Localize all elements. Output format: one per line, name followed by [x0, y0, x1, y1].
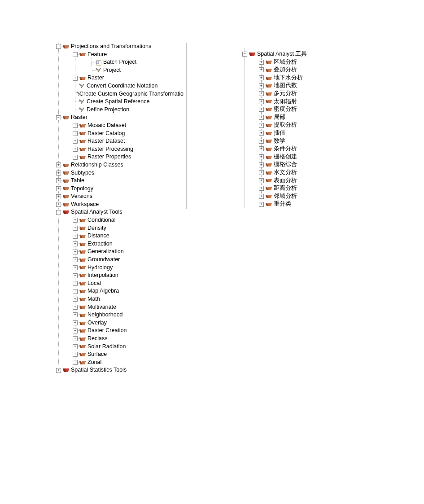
tree-row[interactable]: −Feature — [84, 51, 186, 59]
expand-icon[interactable]: + — [73, 250, 78, 254]
tree-label[interactable]: Raster Properties — [87, 153, 134, 161]
tree-row[interactable]: +Raster Creation — [84, 327, 186, 335]
tree-node[interactable]: +地下水分析 — [261, 74, 361, 82]
tree-node[interactable]: +Solar Radiation — [75, 343, 186, 351]
tree-label[interactable]: 数学 — [274, 137, 288, 145]
tree-row[interactable]: +Mosaic Dataset — [84, 122, 186, 130]
expand-icon[interactable]: + — [73, 297, 78, 302]
tree-label[interactable]: Groundwater — [87, 256, 122, 264]
tree-node[interactable]: +区域分析 — [261, 58, 361, 66]
tree-row[interactable]: +Overlay — [84, 319, 186, 327]
expand-icon[interactable]: + — [73, 139, 78, 144]
tree-label[interactable]: Zonal — [87, 359, 104, 367]
tree-node[interactable]: +Interpolation — [75, 272, 186, 280]
tree-label[interactable]: Versions — [71, 193, 95, 201]
tree-label[interactable]: Overlay — [87, 319, 109, 327]
tree-row[interactable]: +Workspace — [68, 201, 186, 209]
tree-row[interactable]: +局部 — [271, 114, 361, 122]
tree-node[interactable]: +Groundwater — [75, 256, 186, 264]
tree-node[interactable]: +距离分析 — [261, 184, 361, 193]
expand-icon[interactable]: + — [73, 320, 78, 325]
tree-row[interactable]: Batch Project — [101, 58, 186, 66]
tree-row[interactable]: +Generalization — [84, 248, 186, 256]
expand-icon[interactable]: + — [259, 162, 264, 167]
tree-row[interactable]: +提取分析 — [271, 121, 361, 129]
tree-node[interactable]: −Spatial Analyst Tools+Conditional+Densi… — [58, 208, 186, 366]
tree-label[interactable]: Convert Coordinate Notation — [87, 82, 160, 90]
tree-label[interactable]: Feature — [87, 51, 109, 59]
tree-node[interactable]: Convert Coordinate Notation — [75, 82, 186, 90]
tree-row[interactable]: +地下水分析 — [271, 74, 361, 82]
tree-label[interactable]: 多元分析 — [274, 90, 300, 98]
tree-label[interactable]: Workspace — [71, 201, 101, 209]
expand-icon[interactable]: + — [259, 194, 264, 199]
expand-icon[interactable]: + — [259, 139, 264, 144]
tree-row[interactable]: +水文分析 — [271, 169, 361, 177]
tree-row[interactable]: −Raster — [68, 114, 186, 122]
expand-icon[interactable]: + — [259, 115, 264, 120]
collapse-icon[interactable]: − — [73, 52, 78, 57]
tree-label[interactable]: 提取分析 — [274, 121, 300, 129]
tree-label[interactable]: 栅格综合 — [274, 161, 300, 169]
tree-node[interactable]: +条件分析 — [261, 145, 361, 153]
tree-row[interactable]: +Raster — [84, 74, 186, 82]
tree-node[interactable]: +Density — [75, 224, 186, 232]
tree-row[interactable]: +栅格综合 — [271, 161, 361, 169]
expand-icon[interactable]: + — [73, 226, 78, 231]
expand-icon[interactable]: + — [259, 83, 264, 88]
tree-row[interactable]: +条件分析 — [271, 145, 361, 153]
tree-label[interactable]: Local — [87, 280, 104, 288]
tree-label[interactable]: Hydrology — [87, 264, 115, 272]
tree-label[interactable]: Math — [87, 295, 103, 303]
tree-label[interactable]: Conditional — [87, 216, 118, 224]
tree-label[interactable]: Batch Project — [103, 58, 139, 66]
tree-label[interactable]: Raster Catalog — [87, 130, 127, 138]
tree-node[interactable]: +Surface — [75, 351, 186, 359]
tree-node[interactable]: +Reclass — [75, 335, 186, 343]
tree-node[interactable]: +多元分析 — [261, 90, 361, 98]
collapse-icon[interactable]: − — [56, 44, 61, 49]
expand-icon[interactable]: + — [73, 305, 78, 310]
expand-icon[interactable]: + — [259, 131, 264, 136]
tree-label[interactable]: 水文分析 — [274, 169, 300, 177]
tree-label[interactable]: Raster Dataset — [87, 137, 127, 145]
tree-node[interactable]: +Hydrology — [75, 264, 186, 272]
tree-node[interactable]: +叠加分析 — [261, 66, 361, 74]
expand-icon[interactable]: + — [73, 123, 78, 128]
expand-icon[interactable]: + — [56, 186, 61, 191]
tree-row[interactable]: +表面分析 — [271, 177, 361, 185]
tree-label[interactable]: Table — [71, 177, 87, 185]
tree-row[interactable]: +区域分析 — [271, 58, 361, 66]
expand-icon[interactable]: + — [56, 162, 61, 167]
expand-icon[interactable]: + — [73, 241, 78, 246]
tree-node[interactable]: +提取分析 — [261, 121, 361, 129]
tree-label[interactable]: Reclass — [87, 335, 110, 343]
tree-row[interactable]: +Raster Processing — [84, 145, 186, 153]
tree-label[interactable]: Topology — [71, 185, 96, 193]
tree-label[interactable]: 太阳辐射 — [274, 98, 300, 106]
tree-node[interactable]: Batch Project — [92, 58, 186, 66]
tree-row[interactable]: +Multivariate — [84, 303, 186, 311]
tree-node[interactable]: +Zonal — [75, 359, 186, 367]
tree-row[interactable]: +Math — [84, 295, 186, 303]
tree-label[interactable]: Relationship Classes — [71, 161, 126, 169]
tree-row[interactable]: +Raster Dataset — [84, 137, 186, 145]
expand-icon[interactable]: + — [259, 178, 264, 183]
tree-node[interactable]: −Raster+Mosaic Dataset+Raster Catalog+Ra… — [58, 114, 186, 161]
expand-icon[interactable]: + — [73, 281, 78, 286]
collapse-icon[interactable]: − — [56, 210, 61, 215]
expand-icon[interactable]: + — [73, 147, 78, 152]
tree-view-right[interactable]: −Spatial Analyst 工具+区域分析+叠加分析+地下水分析+地图代数… — [245, 50, 361, 208]
tree-node[interactable]: +邻域分析 — [261, 193, 361, 201]
tree-label[interactable]: Interpolation — [87, 272, 121, 280]
tree-node[interactable]: +数学 — [261, 137, 361, 145]
tree-label[interactable]: Subtypes — [71, 169, 97, 177]
tree-node[interactable]: Create Spatial Reference — [75, 98, 186, 106]
expand-icon[interactable]: + — [56, 171, 61, 175]
expand-icon[interactable]: + — [73, 155, 78, 160]
tree-row[interactable]: +地图代数 — [271, 82, 361, 90]
tree-row[interactable]: +Interpolation — [84, 272, 186, 280]
tree-label[interactable]: 距离分析 — [274, 184, 300, 193]
tree-row[interactable]: +密度分析 — [271, 105, 361, 114]
tree-row[interactable]: +栅格创建 — [271, 153, 361, 161]
